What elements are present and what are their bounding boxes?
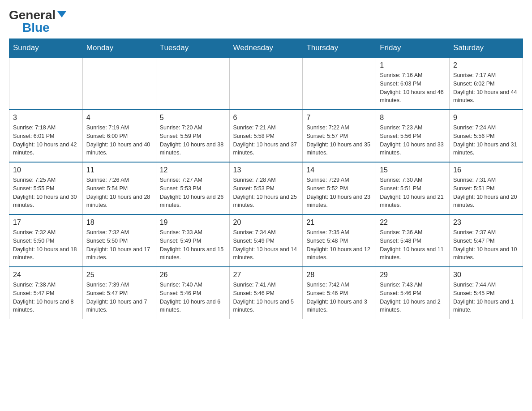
day-number: 23 [453, 218, 519, 227]
day-number: 20 [233, 218, 299, 227]
day-info: Sunrise: 7:25 AMSunset: 5:55 PMDaylight:… [13, 176, 79, 210]
calendar-cell [9, 57, 83, 110]
calendar-cell: 19Sunrise: 7:33 AMSunset: 5:49 PMDayligh… [156, 214, 229, 267]
calendar-cell: 18Sunrise: 7:32 AMSunset: 5:50 PMDayligh… [82, 214, 156, 267]
day-info: Sunrise: 7:39 AMSunset: 5:47 PMDaylight:… [86, 281, 152, 314]
calendar-cell: 20Sunrise: 7:34 AMSunset: 5:49 PMDayligh… [229, 214, 303, 267]
day-number: 24 [13, 271, 79, 279]
weekday-header-monday: Monday [82, 39, 156, 58]
day-number: 10 [13, 166, 79, 174]
day-info: Sunrise: 7:18 AMSunset: 6:01 PMDaylight:… [13, 124, 79, 157]
day-info: Sunrise: 7:37 AMSunset: 5:47 PMDaylight:… [453, 228, 519, 262]
day-info: Sunrise: 7:29 AMSunset: 5:52 PMDaylight:… [306, 176, 372, 210]
day-number: 6 [233, 114, 299, 122]
day-info: Sunrise: 7:44 AMSunset: 5:45 PMDaylight:… [453, 281, 519, 314]
logo-blue-text: Blue [22, 21, 50, 34]
calendar-cell: 1Sunrise: 7:16 AMSunset: 6:03 PMDaylight… [376, 57, 450, 110]
day-number: 25 [86, 271, 152, 279]
calendar-cell: 15Sunrise: 7:30 AMSunset: 5:51 PMDayligh… [376, 162, 450, 214]
calendar-cell: 21Sunrise: 7:35 AMSunset: 5:48 PMDayligh… [303, 214, 376, 267]
day-info: Sunrise: 7:36 AMSunset: 5:48 PMDaylight:… [380, 228, 446, 262]
calendar-cell [229, 57, 303, 110]
calendar-cell: 14Sunrise: 7:29 AMSunset: 5:52 PMDayligh… [303, 162, 376, 214]
calendar-cell: 25Sunrise: 7:39 AMSunset: 5:47 PMDayligh… [82, 267, 156, 319]
day-info: Sunrise: 7:27 AMSunset: 5:53 PMDaylight:… [160, 176, 226, 210]
calendar-cell: 9Sunrise: 7:24 AMSunset: 5:56 PMDaylight… [450, 110, 523, 162]
day-info: Sunrise: 7:40 AMSunset: 5:46 PMDaylight:… [160, 281, 226, 314]
day-info: Sunrise: 7:31 AMSunset: 5:51 PMDaylight:… [453, 176, 519, 210]
day-info: Sunrise: 7:24 AMSunset: 5:56 PMDaylight:… [453, 124, 519, 157]
calendar-cell: 6Sunrise: 7:21 AMSunset: 5:58 PMDaylight… [229, 110, 303, 162]
day-info: Sunrise: 7:38 AMSunset: 5:47 PMDaylight:… [13, 281, 79, 314]
day-info: Sunrise: 7:42 AMSunset: 5:46 PMDaylight:… [306, 281, 372, 314]
day-number: 2 [453, 61, 519, 69]
calendar-cell: 17Sunrise: 7:32 AMSunset: 5:50 PMDayligh… [9, 214, 83, 267]
day-number: 14 [306, 166, 372, 174]
day-number: 22 [380, 218, 446, 227]
week-row-4: 17Sunrise: 7:32 AMSunset: 5:50 PMDayligh… [9, 214, 523, 267]
day-number: 4 [86, 114, 152, 122]
calendar-cell: 7Sunrise: 7:22 AMSunset: 5:57 PMDaylight… [303, 110, 376, 162]
day-info: Sunrise: 7:41 AMSunset: 5:46 PMDaylight:… [233, 281, 299, 314]
calendar-cell: 29Sunrise: 7:43 AMSunset: 5:46 PMDayligh… [376, 267, 450, 319]
calendar-cell: 27Sunrise: 7:41 AMSunset: 5:46 PMDayligh… [229, 267, 303, 319]
day-info: Sunrise: 7:16 AMSunset: 6:03 PMDaylight:… [380, 71, 446, 105]
day-number: 11 [86, 166, 152, 174]
calendar-cell: 11Sunrise: 7:26 AMSunset: 5:54 PMDayligh… [82, 162, 156, 214]
day-number: 17 [13, 218, 79, 227]
calendar-cell: 12Sunrise: 7:27 AMSunset: 5:53 PMDayligh… [156, 162, 229, 214]
day-info: Sunrise: 7:19 AMSunset: 6:00 PMDaylight:… [86, 124, 152, 157]
day-number: 16 [453, 166, 519, 174]
day-number: 1 [380, 61, 446, 69]
calendar-cell: 16Sunrise: 7:31 AMSunset: 5:51 PMDayligh… [450, 162, 523, 214]
logo-general-text: General [9, 9, 56, 21]
day-number: 12 [160, 166, 226, 174]
day-number: 30 [453, 271, 519, 279]
calendar-table: SundayMondayTuesdayWednesdayThursdayFrid… [9, 39, 523, 319]
day-number: 21 [306, 218, 372, 227]
day-number: 13 [233, 166, 299, 174]
day-number: 19 [160, 218, 226, 227]
calendar-cell: 13Sunrise: 7:28 AMSunset: 5:53 PMDayligh… [229, 162, 303, 214]
week-row-3: 10Sunrise: 7:25 AMSunset: 5:55 PMDayligh… [9, 162, 523, 214]
day-info: Sunrise: 7:26 AMSunset: 5:54 PMDaylight:… [86, 176, 152, 210]
page-header: General Blue [9, 9, 523, 34]
calendar-cell: 26Sunrise: 7:40 AMSunset: 5:46 PMDayligh… [156, 267, 229, 319]
day-number: 15 [380, 166, 446, 174]
calendar-cell: 4Sunrise: 7:19 AMSunset: 6:00 PMDaylight… [82, 110, 156, 162]
weekday-header-friday: Friday [376, 39, 450, 58]
logo-arrow-icon [57, 11, 66, 17]
week-row-5: 24Sunrise: 7:38 AMSunset: 5:47 PMDayligh… [9, 267, 523, 319]
calendar-cell: 24Sunrise: 7:38 AMSunset: 5:47 PMDayligh… [9, 267, 83, 319]
day-number: 26 [160, 271, 226, 279]
calendar-cell: 28Sunrise: 7:42 AMSunset: 5:46 PMDayligh… [303, 267, 376, 319]
day-info: Sunrise: 7:32 AMSunset: 5:50 PMDaylight:… [86, 228, 152, 262]
day-info: Sunrise: 7:22 AMSunset: 5:57 PMDaylight:… [306, 124, 372, 157]
day-number: 8 [380, 114, 446, 122]
weekday-header-row: SundayMondayTuesdayWednesdayThursdayFrid… [9, 39, 523, 58]
weekday-header-sunday: Sunday [9, 39, 83, 58]
day-number: 3 [13, 114, 79, 122]
day-number: 9 [453, 114, 519, 122]
weekday-header-thursday: Thursday [303, 39, 376, 58]
calendar-cell: 5Sunrise: 7:20 AMSunset: 5:59 PMDaylight… [156, 110, 229, 162]
week-row-2: 3Sunrise: 7:18 AMSunset: 6:01 PMDaylight… [9, 110, 523, 162]
calendar-cell: 30Sunrise: 7:44 AMSunset: 5:45 PMDayligh… [450, 267, 523, 319]
calendar-cell: 8Sunrise: 7:23 AMSunset: 5:56 PMDaylight… [376, 110, 450, 162]
logo: General Blue [9, 9, 66, 34]
day-info: Sunrise: 7:28 AMSunset: 5:53 PMDaylight:… [233, 176, 299, 210]
day-number: 28 [306, 271, 372, 279]
day-info: Sunrise: 7:33 AMSunset: 5:49 PMDaylight:… [160, 228, 226, 262]
weekday-header-tuesday: Tuesday [156, 39, 229, 58]
day-number: 7 [306, 114, 372, 122]
week-row-1: 1Sunrise: 7:16 AMSunset: 6:03 PMDaylight… [9, 57, 523, 110]
weekday-header-wednesday: Wednesday [229, 39, 303, 58]
day-number: 29 [380, 271, 446, 279]
calendar-cell: 2Sunrise: 7:17 AMSunset: 6:02 PMDaylight… [450, 57, 523, 110]
day-info: Sunrise: 7:43 AMSunset: 5:46 PMDaylight:… [380, 281, 446, 314]
day-info: Sunrise: 7:21 AMSunset: 5:58 PMDaylight:… [233, 124, 299, 157]
day-number: 27 [233, 271, 299, 279]
day-info: Sunrise: 7:32 AMSunset: 5:50 PMDaylight:… [13, 228, 79, 262]
calendar-cell: 23Sunrise: 7:37 AMSunset: 5:47 PMDayligh… [450, 214, 523, 267]
day-info: Sunrise: 7:30 AMSunset: 5:51 PMDaylight:… [380, 176, 446, 210]
